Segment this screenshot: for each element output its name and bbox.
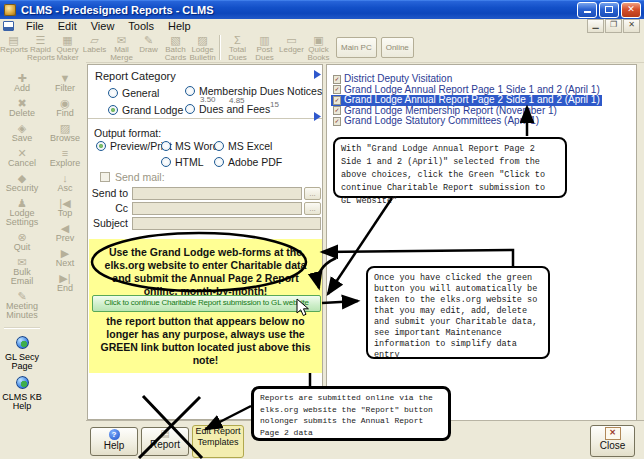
report-list-panel: ✓ District Deputy Visitation ✓ Grand Lod… — [326, 64, 637, 423]
subject-label: Subject — [88, 217, 128, 229]
radio-ms-excel[interactable]: MS Excel — [214, 140, 272, 152]
radio-ms-word[interactable]: MS Word — [161, 140, 219, 152]
close-icon: ✕ — [605, 427, 621, 440]
close-button[interactable]: ✕ Close — [590, 425, 635, 457]
radio-icon — [214, 157, 224, 167]
cc-browse-button[interactable]: ... — [304, 202, 321, 215]
sidebar-button[interactable]: ✕ Cancel — [2, 147, 42, 168]
radio-icon — [96, 141, 106, 151]
sidebar-button[interactable]: |◀ Top — [45, 197, 85, 218]
send-to-browse-button[interactable]: ... — [304, 187, 321, 200]
radio-icon — [161, 157, 171, 167]
sidebar-button[interactable]: ▶| End — [45, 272, 85, 293]
yellow-note: Use the Grand Lodge web-forms at the elk… — [89, 239, 322, 373]
sidebar-button[interactable]: ◉ Find — [45, 97, 85, 118]
toolbar-button[interactable]: ▭ Ledger — [278, 33, 305, 62]
radio-icon — [185, 86, 195, 96]
help-icon: ? — [109, 429, 120, 440]
radio-html[interactable]: HTML — [161, 156, 204, 168]
radio-adobe-pdf[interactable]: Adobe PDF — [214, 156, 282, 168]
report-item-icon: ✓ — [333, 85, 341, 94]
note-bottom-text: the report button that appears below no … — [94, 315, 317, 367]
note-top-text: Use the Grand Lodge web-forms at the elk… — [94, 246, 317, 298]
toolbar-button[interactable]: ▥ Post Dues — [251, 33, 278, 62]
clms-window: CLMS - Predesigned Reports - CLMS ✕ File… — [0, 0, 644, 459]
mdi-restore-icon[interactable]: ❐ — [605, 19, 622, 33]
radio-dues-and-fees[interactable]: Dues and Fees — [185, 103, 270, 115]
clms-kb-help-globe-icon — [16, 376, 29, 389]
radio-icon — [108, 105, 118, 115]
toolbar-button[interactable]: ▤ Reports — [0, 33, 27, 62]
output-format-title: Output format: — [94, 127, 161, 139]
menu-item[interactable]: Edit — [51, 19, 84, 33]
sidebar-button[interactable]: ♟ Lodge Settings — [2, 197, 42, 227]
screen-artifact-text: 3.50 — [200, 95, 216, 104]
charitable-report-link-button[interactable]: Click to continue Charitable Report subm… — [92, 295, 321, 312]
menu-item[interactable]: View — [84, 19, 122, 33]
cc-field[interactable] — [132, 202, 302, 215]
callout-green-button-info: Once you have clicked the green button y… — [366, 266, 550, 359]
report-list-item[interactable]: ✓ District Deputy Visitation — [331, 74, 454, 85]
menu-item[interactable]: Help — [161, 19, 198, 33]
sidebar-button[interactable]: ▼ Filter — [45, 72, 85, 93]
screen-artifact-text: 4.85 — [229, 96, 245, 105]
send-mail-checkbox[interactable]: Send mail: — [100, 171, 165, 183]
report-list-item[interactable]: ✓ Grand Lodge Annual Report Page 2 Side … — [331, 95, 602, 106]
minimize-button[interactable] — [577, 2, 597, 18]
sidebar-link-button[interactable]: CLMS KB Help — [2, 375, 42, 411]
toolbar-button[interactable]: ▣ Quick Books — [305, 33, 332, 62]
restore-button[interactable] — [599, 2, 619, 18]
toolbar: ▤ Reports ☰ Rapid Reports ▦ Query Maker … — [0, 33, 644, 63]
online-button[interactable]: Online — [381, 37, 414, 58]
report-options-panel: Report Category General Grand Lodge Memb… — [87, 64, 323, 420]
sidebar-button[interactable]: ◆ Security — [2, 172, 42, 193]
sidebar-button[interactable]: ✎ Meeting Minutes — [2, 290, 42, 320]
menu-bar: FileEditViewToolsHelp ▁ ❐ ✕ — [0, 19, 644, 33]
toolbar-button[interactable]: Σ Total Dues — [224, 33, 251, 62]
sidebar-button[interactable]: ✖ Delete — [2, 97, 42, 118]
close-window-button[interactable]: ✕ — [621, 2, 641, 18]
child-window-icon — [3, 21, 14, 31]
subject-field[interactable] — [132, 217, 321, 230]
sidebar-button[interactable]: ▨ Browse — [45, 122, 85, 143]
toolbar-button[interactable]: ▨ Lodge Bulletin — [189, 33, 216, 62]
sidebar-button[interactable]: ≡ Explore — [45, 147, 85, 168]
toolbar-separator — [219, 35, 221, 60]
edit-report-templates-button[interactable]: Edit Report Templates — [192, 425, 244, 458]
sidebar-button[interactable]: ⊗ Quit — [2, 231, 42, 252]
sidebar-button[interactable]: ✉ Bulk Email — [2, 256, 42, 286]
radio-general[interactable]: General — [108, 87, 159, 99]
toolbar-button[interactable]: ✉ Mail Merge — [108, 33, 135, 62]
toolbar-button[interactable]: ▦ Query Maker — [54, 33, 81, 62]
send-to-label: Send to — [88, 187, 128, 199]
cc-label: Cc — [88, 202, 128, 214]
menu-item[interactable]: Tools — [121, 19, 161, 33]
section-separator — [88, 118, 322, 119]
toolbar-button[interactable]: ✎ Draw — [135, 33, 162, 62]
main-pc-button[interactable]: Main PC — [336, 37, 377, 58]
toolbar-button[interactable]: ▱ Labels — [81, 33, 108, 62]
radio-icon — [185, 104, 195, 114]
sidebar-button[interactable]: ◀ Prev — [45, 222, 85, 243]
radio-icon — [108, 88, 118, 98]
sidebar-button[interactable]: ✚ Add — [2, 72, 42, 93]
app-icon — [4, 4, 16, 16]
report-icon: ▤ — [160, 429, 169, 439]
mdi-minimize-icon[interactable]: ▁ — [587, 19, 604, 33]
send-to-field[interactable] — [132, 187, 302, 200]
mdi-close-icon[interactable]: ✕ — [623, 19, 640, 33]
sidebar-button[interactable]: ↓ Asc — [45, 172, 85, 193]
callout-select-report: With "Grand Lodge Annual Report Page 2 S… — [333, 137, 567, 198]
radio-grand-lodge[interactable]: Grand Lodge — [108, 104, 183, 116]
help-button[interactable]: ? Help — [90, 427, 138, 456]
toolbar-button[interactable]: ☰ Rapid Reports — [27, 33, 54, 62]
sidebar-link-button[interactable]: GL Secy Page — [2, 335, 42, 371]
report-item-icon: ✓ — [333, 75, 341, 84]
report-button[interactable]: ▤ Report — [141, 427, 189, 456]
sidebar-button[interactable]: ▶ Next — [45, 247, 85, 268]
menu-item[interactable]: File — [19, 19, 51, 33]
report-list-item[interactable]: ✓ Grand Lodge Statutory Committees (Apri… — [331, 116, 541, 127]
toolbar-button[interactable]: ▧ Batch Cards — [162, 33, 189, 62]
sidebar-button[interactable]: ◈ Save — [2, 122, 42, 143]
gl-secy-page-globe-icon — [16, 336, 29, 349]
